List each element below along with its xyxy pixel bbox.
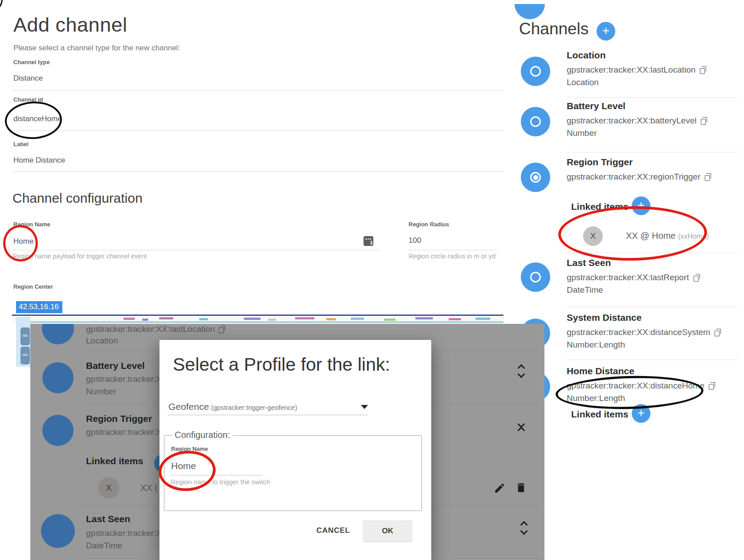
- dim-linked-item-label: XX (: [140, 483, 158, 493]
- dialog-region-name-label: Region Name: [171, 446, 208, 452]
- copy-icon[interactable]: [701, 117, 707, 125]
- ok-button[interactable]: OK: [363, 520, 412, 541]
- region-name-input[interactable]: Home: [13, 237, 33, 246]
- profile-select[interactable]: Geofence (gpstracker:trigger-geofence): [168, 401, 297, 412]
- channel-title[interactable]: Home Distance: [567, 366, 634, 376]
- input-mode-icon[interactable]: [364, 236, 373, 246]
- select-caret-icon[interactable]: [361, 405, 368, 409]
- channel-id: gpstracker:tracker:XX:lastReport: [567, 273, 689, 282]
- divider: [567, 152, 739, 152]
- configuration-fieldset: Configuration: Region Name Home Region n…: [164, 435, 422, 511]
- dialog-region-name-helper: Region name to trigger the switch: [171, 478, 270, 486]
- region-radius-input[interactable]: 100: [409, 236, 421, 245]
- add-linked-item-button[interactable]: +: [632, 196, 650, 215]
- circle-icon: [530, 116, 541, 127]
- channel-id-input[interactable]: distanceHome: [13, 114, 62, 123]
- channel-type: Number:Length: [567, 393, 625, 403]
- map-zoom-in-button[interactable]: [20, 327, 30, 345]
- linked-items-heading: Linked items: [571, 201, 628, 212]
- channel-type: Number:Length: [567, 340, 625, 350]
- channel-id-underline: [12, 131, 503, 131]
- channel-title[interactable]: Region Trigger: [567, 157, 633, 168]
- reorder-unfold-more-icon[interactable]: [521, 522, 527, 534]
- channel-id: gpstracker:tracker:XX:distanceSystem: [567, 327, 710, 337]
- label-input[interactable]: Home Distance: [13, 156, 65, 165]
- dim-linked-item-avatar: X: [98, 477, 119, 499]
- add-linked-item-button[interactable]: +: [632, 404, 650, 423]
- cancel-button[interactable]: CANCEL: [313, 526, 353, 535]
- reorder-unfold-more-icon[interactable]: [519, 365, 524, 377]
- fieldset-legend: Configuration:: [172, 430, 233, 440]
- label-label: Label: [13, 141, 29, 147]
- channel-id: gpstracker:tracker:XX:distanceHome: [567, 381, 704, 391]
- channel-type: Location: [567, 78, 599, 87]
- region-center-focus-underline: [12, 315, 503, 316]
- dim-channel-id: gpstracker:tracker:X: [86, 427, 159, 437]
- divider: [567, 253, 739, 253]
- map-road-line: [30, 321, 503, 323]
- dialog-title: Select a Profile for the link:: [173, 354, 390, 375]
- profile-select-value: Geofence: [168, 401, 209, 412]
- copy-icon[interactable]: [715, 329, 721, 336]
- add-channel-button[interactable]: +: [597, 22, 615, 41]
- dim-channel-type: Number: [86, 387, 116, 396]
- modal-backdrop[interactable]: gpstracker:tracker:XX:lastLocation Locat…: [30, 324, 544, 560]
- copy-icon[interactable]: [700, 66, 707, 74]
- scrolled-add-button-partial: [515, 4, 546, 20]
- map-control-panel: [16, 317, 30, 367]
- reorder-unfold-less-icon[interactable]: [519, 421, 524, 433]
- dim-channel-id: gpstracker:tracker:XX:lastLocation: [86, 324, 215, 334]
- channel-title[interactable]: Battery Level: [567, 101, 625, 111]
- edit-pencil-icon[interactable]: [494, 482, 506, 496]
- region-radius-underline: [409, 250, 498, 250]
- intro-text: Please select a channel type for the new…: [13, 44, 180, 53]
- annotation-corner-arc: [0, 0, 3, 13]
- channel-type-underline: [12, 90, 503, 90]
- linked-item-avatar: X: [583, 226, 603, 246]
- dim-channel-avatar: [41, 514, 75, 548]
- map-zoom-out-button[interactable]: [20, 347, 30, 364]
- divider: [567, 307, 739, 307]
- dim-channel-id: gpstracker:tracker:X: [86, 528, 159, 538]
- channel-avatar: [521, 163, 550, 192]
- dim-channel-title: Battery Level: [86, 360, 145, 371]
- channel-type-value[interactable]: Distance: [13, 74, 43, 83]
- channel-avatar: [521, 262, 550, 292]
- channel-type: Number: [567, 128, 597, 138]
- divider: [567, 97, 739, 98]
- dim-channel-title: Last Seen: [86, 514, 130, 524]
- channel-avatar: [521, 57, 550, 86]
- region-center-label: Region Center: [13, 283, 53, 290]
- channel-title[interactable]: Location: [567, 50, 606, 61]
- dim-channel-id: gpstracker:tracker:X: [86, 374, 159, 384]
- region-center-input[interactable]: 42.53,16.16: [16, 301, 62, 313]
- copy-icon[interactable]: [709, 382, 715, 390]
- dim-channel-type: DateTime: [86, 541, 123, 551]
- channel-title[interactable]: System Distance: [567, 312, 642, 323]
- channels-heading: Channels: [519, 20, 589, 38]
- copy-icon[interactable]: [705, 173, 711, 181]
- channel-title[interactable]: Last Seen: [567, 258, 611, 268]
- map-strip: [12, 317, 503, 324]
- profile-dialog: Select a Profile for the link: Geofence …: [159, 340, 431, 560]
- region-name-label: Region Name: [13, 221, 50, 228]
- channel-id: gpstracker:tracker:XX:regionTrigger: [567, 172, 700, 182]
- delete-trash-icon[interactable]: [515, 482, 527, 495]
- dim-channel-avatar: [42, 362, 74, 393]
- divider: [567, 360, 739, 360]
- dialog-region-name-input[interactable]: Home: [171, 461, 196, 471]
- region-name-helper: Region name payload for trigger channel …: [12, 253, 147, 260]
- region-radius-label: Region Radius: [409, 221, 449, 228]
- linked-item-suffix: (xxHome): [678, 233, 709, 240]
- channel-id-label: Channel id: [13, 96, 43, 103]
- channel-id: gpstracker:tracker:XX:lastLocation: [567, 65, 695, 75]
- region-name-underline: [12, 250, 380, 250]
- dialog-input-underline: [171, 475, 262, 475]
- channel-avatar: [521, 107, 550, 136]
- copy-icon[interactable]: [694, 274, 700, 282]
- profile-select-suffix: (gpstracker:trigger-geofence): [211, 404, 297, 411]
- channel-type: DateTime: [567, 285, 603, 295]
- dim-channel-title: Region Trigger: [86, 413, 152, 424]
- channel-id: gpstracker:tracker:XX:batteryLevel: [567, 116, 696, 126]
- linked-item-label[interactable]: XX @ Home (xxHome): [626, 231, 709, 241]
